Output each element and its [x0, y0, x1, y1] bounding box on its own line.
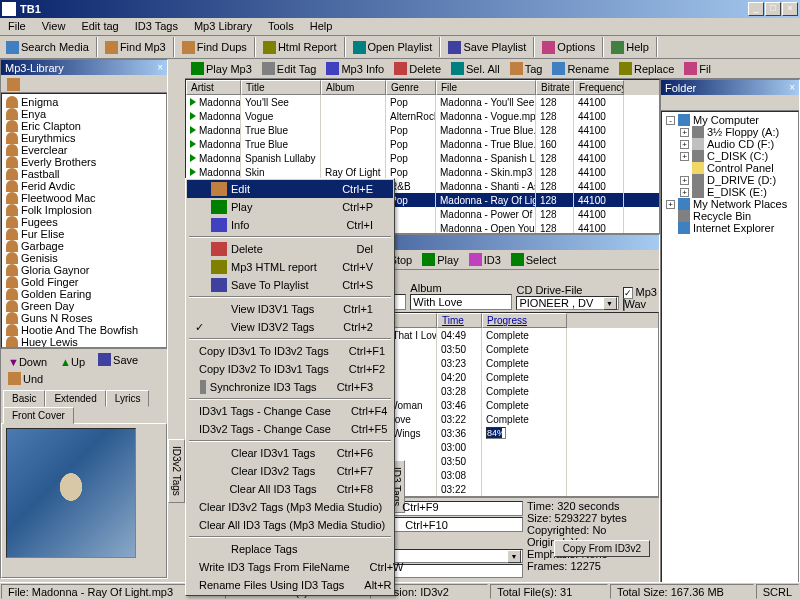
- search-media-button[interactable]: Search Media: [1, 37, 94, 57]
- col-bitrate[interactable]: Bitrate: [536, 80, 574, 95]
- folder-item[interactable]: +3½ Floppy (A:): [664, 126, 796, 138]
- expand-icon[interactable]: +: [680, 140, 689, 149]
- play-mp3-button[interactable]: Play Mp3: [186, 60, 257, 77]
- ripper-select-button[interactable]: Select: [506, 251, 562, 268]
- ripper-col-time[interactable]: Time: [437, 313, 482, 328]
- artist-item[interactable]: Gold Finger: [4, 276, 164, 288]
- ctx-info[interactable]: InfoCtrl+I: [187, 216, 393, 234]
- artist-item[interactable]: Eurythmics: [4, 132, 164, 144]
- ctx-clear-id3v1-tags[interactable]: Clear ID3v1 TagsCtrl+F6: [187, 444, 393, 462]
- artist-item[interactable]: Fastball: [4, 168, 164, 180]
- ctx-copy-id3v2-to-id3v1-tags[interactable]: Copy ID3v2 To ID3v1 TagsCtrl+F2: [187, 360, 393, 378]
- folder-item[interactable]: +D_DRIVE (D:): [664, 174, 796, 186]
- grid-row[interactable]: MadonnaTrue BluePopMadonna - True Blue..…: [186, 137, 659, 151]
- grid-row[interactable]: MadonnaTrue BluePopMadonna - True Blue..…: [186, 123, 659, 137]
- folder-close-icon[interactable]: ×: [789, 82, 795, 93]
- artist-item[interactable]: Golden Earing: [4, 288, 164, 300]
- open-playlist-button[interactable]: Open Playlist: [348, 37, 438, 57]
- ctx-replace-tags[interactable]: Replace Tags: [187, 540, 393, 558]
- copy-from-id3v2-button[interactable]: Copy From ID3v2: [554, 540, 650, 557]
- find-mp3-button[interactable]: Find Mp3: [100, 37, 171, 57]
- id3v2-tags-vtab[interactable]: ID3v2 Tags: [168, 439, 185, 503]
- artist-item[interactable]: Everly Brothers: [4, 156, 164, 168]
- grid-row[interactable]: MadonnaYou'll SeePopMadonna - You'll See…: [186, 95, 659, 109]
- folder-item[interactable]: +Audio CD (F:): [664, 138, 796, 150]
- undo-button[interactable]: Und: [3, 370, 48, 387]
- ctx-copy-id3v1-to-id3v2-tags[interactable]: Copy ID3v1 To ID3v2 TagsCtrl+F1: [187, 342, 393, 360]
- tag-button[interactable]: Tag: [505, 60, 548, 77]
- artist-item[interactable]: Huey Lewis: [4, 336, 164, 348]
- artist-item[interactable]: Green Day: [4, 300, 164, 312]
- col-artist[interactable]: Artist: [186, 80, 241, 95]
- ctx-edit[interactable]: EditCtrl+E: [187, 180, 393, 198]
- menu-id3-tags[interactable]: ID3 Tags: [127, 18, 186, 35]
- ctx-clear-all-id3-tags-mp3-media-studio-[interactable]: Clear All ID3 Tags (Mp3 Media Studio)Ctr…: [187, 516, 393, 534]
- folder-item[interactable]: Control Panel: [664, 162, 796, 174]
- grid-row[interactable]: MadonnaSpanish LullabyPopMadonna - Spani…: [186, 151, 659, 165]
- artist-item[interactable]: Folk Implosion: [4, 204, 164, 216]
- ctx-synchronize-id3-tags[interactable]: Synchronize ID3 TagsCtrl+F3: [187, 378, 393, 396]
- col-file[interactable]: File: [436, 80, 536, 95]
- replace-button[interactable]: Replace: [614, 60, 679, 77]
- save-button[interactable]: Save: [93, 351, 143, 368]
- ripper-play-button[interactable]: Play: [417, 251, 463, 268]
- ripper-id3-button[interactable]: ID3: [464, 251, 506, 268]
- fil-button[interactable]: Fil: [679, 60, 716, 77]
- ctx-clear-id3v2-tags-mp3-media-studio-[interactable]: Clear ID3v2 Tags (Mp3 Media Studio)Ctrl+…: [187, 498, 393, 516]
- folder-item[interactable]: +E_DISK (E:): [664, 186, 796, 198]
- menu-view[interactable]: View: [34, 18, 74, 35]
- expand-icon[interactable]: +: [680, 176, 689, 185]
- artist-item[interactable]: Hootie And The Bowfish: [4, 324, 164, 336]
- folder-item[interactable]: +C_DISK (C:): [664, 150, 796, 162]
- library-close-icon[interactable]: ×: [157, 62, 163, 73]
- find-dups-button[interactable]: Find Dups: [177, 37, 252, 57]
- ctx-play[interactable]: PlayCtrl+P: [187, 198, 393, 216]
- ripper-col-progress[interactable]: Progress: [482, 313, 567, 328]
- artist-item[interactable]: Everclear: [4, 144, 164, 156]
- folder-item[interactable]: +My Network Places: [664, 198, 796, 210]
- folder-tree[interactable]: -My Computer+3½ Floppy (A:)+Audio CD (F:…: [661, 111, 799, 600]
- ripper-album-input[interactable]: With Love: [410, 294, 512, 310]
- ctx-delete[interactable]: DeleteDel: [187, 240, 393, 258]
- delete-button[interactable]: Delete: [389, 60, 446, 77]
- mp3-info-button[interactable]: Mp3 Info: [321, 60, 389, 77]
- artist-item[interactable]: Fleetwood Mac: [4, 192, 164, 204]
- artist-item[interactable]: Fugees: [4, 216, 164, 228]
- close-button[interactable]: ×: [782, 2, 798, 16]
- ctx-rename-files-using-id3-tags[interactable]: Rename Files Using ID3 TagsAlt+R: [187, 576, 393, 594]
- col-album[interactable]: Album: [321, 80, 386, 95]
- maximize-button[interactable]: □: [765, 2, 781, 16]
- expand-icon[interactable]: +: [680, 152, 689, 161]
- rename-button[interactable]: Rename: [547, 60, 614, 77]
- tab-basic[interactable]: Basic: [3, 390, 45, 407]
- col-genre[interactable]: Genre: [386, 80, 436, 95]
- ctx-clear-all-id3-tags[interactable]: Clear All ID3 TagsCtrl+F8: [187, 480, 393, 498]
- menu-mp3-library[interactable]: Mp3 Library: [186, 18, 260, 35]
- ctx-save-to-playlist[interactable]: Save To PlaylistCtrl+S: [187, 276, 393, 294]
- up-button[interactable]: ▲Up: [55, 354, 90, 370]
- artist-item[interactable]: Gloria Gaynor: [4, 264, 164, 276]
- menu-edit-tag[interactable]: Edit tag: [73, 18, 126, 35]
- artist-item[interactable]: Ferid Avdic: [4, 180, 164, 192]
- artist-item[interactable]: Eric Clapton: [4, 120, 164, 132]
- down-button[interactable]: ▼Down: [3, 354, 52, 370]
- html-report-button[interactable]: Html Report: [258, 37, 342, 57]
- artist-item[interactable]: Enigma: [4, 96, 164, 108]
- library-tool-icon[interactable]: [2, 76, 27, 93]
- artist-item[interactable]: Enya: [4, 108, 164, 120]
- expand-icon[interactable]: +: [680, 188, 689, 197]
- edit-tag-button[interactable]: Edit Tag: [257, 60, 322, 77]
- tab-lyrics[interactable]: Lyrics: [106, 390, 150, 407]
- artist-item[interactable]: Garbage: [4, 240, 164, 252]
- minimize-button[interactable]: _: [748, 2, 764, 16]
- artist-item[interactable]: Fur Elise: [4, 228, 164, 240]
- ctx-write-id3-tags-from-filename[interactable]: Write ID3 Tags From FileNameCtrl+W: [187, 558, 393, 576]
- ctx-id3v2-tags-change-case[interactable]: ID3v2 Tags - Change CaseCtrl+F5: [187, 420, 393, 438]
- menu-help[interactable]: Help: [302, 18, 341, 35]
- sel--all-button[interactable]: Sel. All: [446, 60, 505, 77]
- ctx-view-id3v1-tags[interactable]: View ID3V1 TagsCtrl+1: [187, 300, 393, 318]
- folder-item[interactable]: Recycle Bin: [664, 210, 796, 222]
- col-title[interactable]: Title: [241, 80, 321, 95]
- ctx-view-id3v2-tags[interactable]: ✓View ID3V2 TagsCtrl+2: [187, 318, 393, 336]
- expand-icon[interactable]: +: [666, 200, 675, 209]
